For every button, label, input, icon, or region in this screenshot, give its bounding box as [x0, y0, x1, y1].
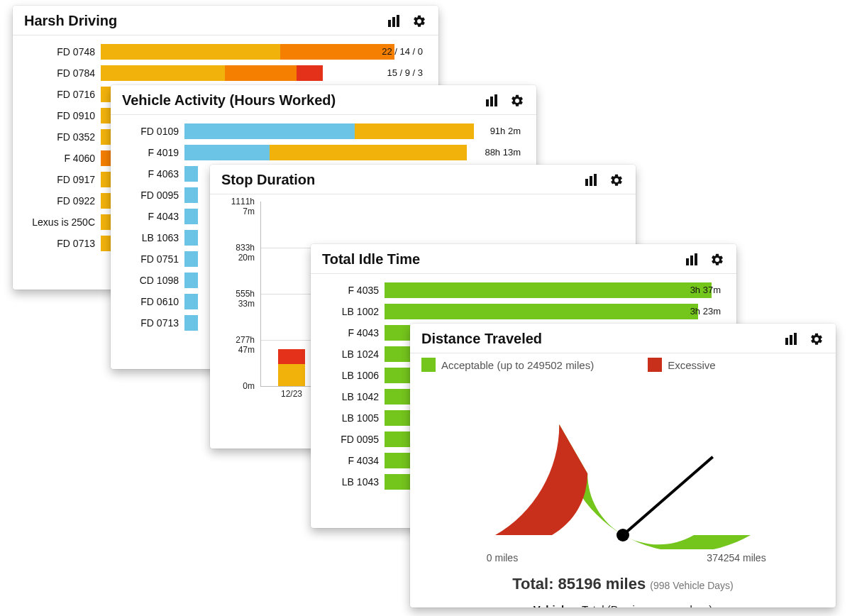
card-header: Vehicle Activity (Hours Worked)	[111, 85, 536, 115]
bar-track: 3h 23m	[385, 304, 725, 319]
chart-row: LB 10023h 23m	[322, 302, 725, 321]
card-header: Stop Duration	[210, 165, 636, 194]
bar-segment	[280, 44, 394, 60]
y-tick-label: 833h 20m	[236, 243, 255, 263]
gauge-max-label: 374254 miles	[694, 552, 779, 563]
chart-row: F 401988h 13m	[122, 143, 525, 162]
row-label: F 4060	[24, 153, 101, 164]
bar-track: 22 / 14 / 0	[101, 44, 427, 60]
row-label: FD 0784	[24, 67, 101, 79]
y-tick-label: 0m	[243, 381, 255, 391]
card-header: Harsh Driving	[13, 6, 438, 35]
row-label: LB 1042	[322, 391, 385, 402]
gear-icon[interactable]	[709, 252, 725, 268]
row-label: LB 1002	[322, 306, 385, 317]
legend-label-acceptable: Acceptable (up to 249502 miles)	[441, 359, 594, 371]
bar-track: 3h 37m	[385, 282, 725, 298]
row-label: LB 1063	[122, 232, 184, 243]
row-label: F 4043	[122, 211, 184, 222]
distance-traveled-card: Distance Traveled Acceptable (up to 2495…	[410, 324, 836, 607]
chart-row: FD 010991h 2m	[122, 122, 525, 141]
bar-segment	[184, 273, 198, 288]
bar-segment	[385, 304, 698, 319]
svg-rect-6	[585, 179, 588, 186]
bar-segment	[184, 315, 198, 331]
row-label: FD 0109	[122, 126, 184, 137]
gauge-min-label: 0 miles	[467, 552, 538, 563]
y-tick-label: 277h 47m	[236, 335, 255, 355]
row-label: LB 1006	[322, 370, 385, 381]
row-value: 91h 2m	[490, 123, 521, 139]
bar-chart-icon[interactable]	[484, 93, 499, 109]
gauge-arc-acceptable	[559, 424, 751, 549]
svg-rect-8	[594, 174, 597, 186]
row-label: FD 0095	[122, 189, 184, 201]
stacked-bar	[278, 349, 305, 386]
row-label: LB 1005	[322, 412, 385, 424]
bar-segment	[101, 65, 225, 81]
svg-rect-4	[490, 97, 493, 106]
gear-icon[interactable]	[809, 331, 824, 347]
bar-segment	[278, 349, 305, 364]
bar-chart-icon[interactable]	[783, 331, 799, 347]
card-title: Stop Duration	[221, 172, 583, 188]
gear-icon[interactable]	[509, 93, 525, 109]
bar-chart-icon[interactable]	[386, 13, 402, 29]
chart-row: FD 074822 / 14 / 0	[24, 43, 427, 61]
row-label: F 4063	[122, 168, 184, 180]
row-label: F 4043	[322, 327, 385, 339]
card-footer: Vehicles: Total (Previous seven days)	[410, 603, 836, 607]
bar-track: 15 / 9 / 3	[101, 65, 427, 81]
row-value: 3h 23m	[690, 304, 721, 319]
card-header: Total Idle Time	[311, 244, 736, 274]
svg-rect-10	[690, 255, 693, 265]
x-tick-label: 12/23	[278, 389, 305, 399]
row-label: FD 0922	[24, 195, 101, 207]
row-label: FD 0095	[322, 434, 385, 445]
bar-segment	[270, 145, 467, 160]
row-label: F 4019	[122, 147, 184, 158]
gauge-needle	[623, 457, 713, 535]
bar-chart-icon[interactable]	[583, 172, 599, 188]
row-label: LB 1024	[322, 348, 385, 360]
svg-rect-3	[486, 99, 489, 106]
svg-rect-12	[785, 338, 788, 345]
card-title: Vehicle Activity (Hours Worked)	[122, 92, 484, 109]
row-label: FD 0751	[122, 253, 184, 265]
y-tick-label: 1111h 7m	[231, 197, 255, 216]
row-value: 15 / 9 / 3	[387, 65, 423, 81]
row-label: FD 0713	[122, 317, 184, 329]
bar-segment	[184, 166, 198, 182]
footer-rest: : Total (Previous seven days)	[576, 603, 712, 607]
gauge-arc-excessive	[495, 424, 587, 535]
row-label: FD 0610	[122, 296, 184, 307]
gauge-chart: 0 miles 374254 miles	[467, 386, 779, 571]
svg-rect-7	[590, 176, 592, 186]
bar-segment	[184, 187, 198, 203]
y-tick-label: 555h 33m	[236, 289, 255, 309]
footer-strong: Vehicles	[533, 603, 576, 607]
legend-swatch-acceptable	[421, 358, 436, 372]
bar-chart-icon[interactable]	[684, 252, 700, 268]
row-label: FD 0713	[24, 238, 101, 249]
bar-track: 88h 13m	[184, 145, 525, 160]
row-label: F 4034	[322, 455, 385, 466]
row-label: FD 0352	[24, 131, 101, 143]
card-title: Harsh Driving	[24, 13, 386, 29]
gauge-total-label: Total: 85196 miles	[512, 575, 646, 593]
row-label: FD 0748	[24, 46, 101, 57]
svg-rect-14	[794, 333, 797, 345]
chart-row: F 40353h 37m	[322, 281, 725, 299]
gear-icon[interactable]	[411, 13, 427, 29]
row-value: 88h 13m	[485, 145, 521, 160]
svg-rect-9	[686, 258, 689, 265]
legend-swatch-excessive	[648, 358, 662, 372]
gear-icon[interactable]	[609, 172, 624, 188]
row-label: FD 0917	[24, 174, 101, 185]
bar-track: 91h 2m	[184, 123, 525, 139]
bar-segment	[184, 209, 198, 224]
row-label: FD 0910	[24, 110, 101, 121]
bar-segment	[184, 145, 270, 160]
bar-segment	[355, 123, 474, 139]
row-label: FD 0716	[24, 89, 101, 100]
